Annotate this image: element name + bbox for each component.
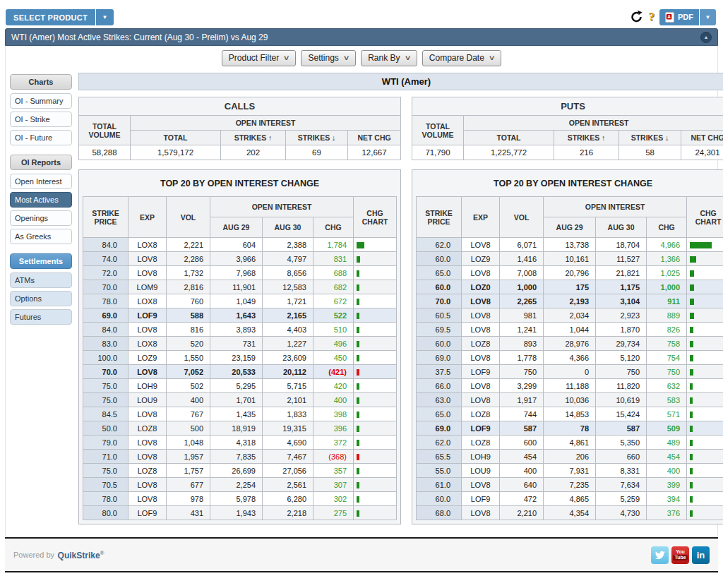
puts-top20-title: TOP 20 BY OPEN INTEREST CHANGE bbox=[416, 174, 723, 196]
strike-price-cell: 60.0 bbox=[417, 280, 462, 294]
footer: Powered by QuikStrike® You Tube in bbox=[5, 537, 718, 572]
chg-bar bbox=[690, 299, 694, 305]
aug30-oi-cell: 7,634 bbox=[596, 478, 647, 492]
chg-bar bbox=[690, 383, 693, 390]
top20-row: 83.0LOX85207311,227496 bbox=[83, 337, 397, 351]
chg-chart-cell bbox=[354, 337, 397, 351]
column-header-net-chg: NET CHG bbox=[681, 131, 723, 145]
vol-cell: 400 bbox=[167, 393, 210, 407]
puts-top20-table: STRIKE PRICE EXP VOL OPEN INTEREST CHG C… bbox=[416, 196, 723, 520]
top20-row: 78.0LOX87601,0491,721672 bbox=[83, 294, 397, 308]
chg-chart-cell bbox=[354, 294, 397, 308]
exp-cell: LOV8 bbox=[129, 407, 167, 421]
exp-cell: LOZ0 bbox=[462, 280, 500, 294]
aug30-oi-cell: 20,112 bbox=[263, 365, 313, 379]
twitter-icon[interactable] bbox=[651, 546, 669, 564]
aug29-oi-cell: 28,976 bbox=[544, 337, 596, 351]
strike-price-cell: 74.0 bbox=[83, 252, 129, 266]
toolbar-button-rank-by[interactable]: Rank By∨ bbox=[361, 50, 417, 66]
aug30-oi-cell: 8,331 bbox=[596, 464, 647, 478]
chg-bar bbox=[690, 284, 694, 291]
aug29-oi-cell: 4,318 bbox=[210, 436, 263, 450]
aug29-oi-cell: 3,893 bbox=[210, 323, 263, 337]
youtube-icon[interactable]: You Tube bbox=[671, 546, 689, 564]
top20-row: 61.0LOV86407,2357,634399 bbox=[417, 478, 723, 492]
select-product-dropdown-button[interactable]: ▼ bbox=[95, 9, 114, 25]
vol-cell: 472 bbox=[500, 492, 544, 506]
pdf-button[interactable]: A PDF bbox=[659, 9, 699, 25]
aug29-oi-cell: 1,701 bbox=[210, 393, 263, 407]
sidebar-item-most-actives[interactable]: Most Actives bbox=[10, 192, 72, 208]
chg-cell: 489 bbox=[647, 436, 687, 450]
aug30-oi-cell: 660 bbox=[596, 450, 647, 464]
calls-total-volume: 58,288 bbox=[79, 145, 131, 160]
sidebar-item-oi-strike[interactable]: OI - Strike bbox=[10, 112, 72, 127]
vol-cell: 2,286 bbox=[167, 252, 210, 266]
column-header-chg: CHG bbox=[647, 217, 687, 238]
top20-row: 84.0LOV88163,8934,403510 bbox=[83, 323, 397, 337]
strike-price-cell: 70.5 bbox=[83, 478, 129, 492]
strike-price-cell: 68.0 bbox=[417, 506, 462, 520]
sidebar-item-futures[interactable]: Futures bbox=[10, 309, 72, 325]
vol-cell: 1,732 bbox=[167, 266, 210, 280]
aug30-oi-cell: 1,833 bbox=[263, 407, 313, 421]
quikstrike-link[interactable]: QuikStrike® bbox=[58, 550, 104, 560]
exp-cell: LOZ8 bbox=[129, 464, 167, 478]
chg-chart-cell bbox=[354, 450, 397, 464]
aug30-oi-cell: 4,690 bbox=[263, 436, 313, 450]
chg-cell: 376 bbox=[647, 506, 687, 520]
strike-price-cell: 78.0 bbox=[83, 294, 129, 308]
chg-cell: (421) bbox=[313, 365, 354, 379]
sidebar-header-oi-reports: OI Reports bbox=[10, 155, 72, 170]
top20-row: 84.0LOX82,2216042,3881,784 bbox=[83, 238, 397, 252]
sidebar-item-oi-summary[interactable]: OI - Summary bbox=[10, 93, 72, 109]
sidebar-item-atms[interactable]: ATMs bbox=[10, 272, 72, 288]
strike-price-cell: 61.0 bbox=[417, 478, 462, 492]
aug30-oi-cell: 1,721 bbox=[263, 294, 313, 308]
aug30-oi-cell: 15,424 bbox=[596, 407, 647, 421]
sidebar-item-oi-future[interactable]: OI - Future bbox=[10, 130, 72, 145]
top20-row: 68.0LOV82,2104,3544,730376 bbox=[417, 506, 723, 520]
top20-row: 66.0LOV83,29911,18811,820632 bbox=[417, 379, 723, 393]
sidebar-item-openings[interactable]: Openings bbox=[10, 210, 72, 226]
aug30-oi-cell: 21,821 bbox=[596, 266, 647, 280]
pdf-button-label: PDF bbox=[678, 13, 693, 21]
sidebar-item-options[interactable]: Options bbox=[10, 291, 72, 306]
toolbar-button-label: Compare Date bbox=[429, 53, 484, 63]
aug29-oi-cell: 13,738 bbox=[544, 238, 596, 252]
chg-chart-cell bbox=[687, 294, 723, 308]
aug29-oi-cell: 0 bbox=[544, 365, 596, 379]
collapse-button[interactable]: ▲ bbox=[700, 32, 712, 43]
pdf-dropdown-button[interactable]: ▼ bbox=[699, 9, 716, 25]
aug29-oi-cell: 5,295 bbox=[210, 379, 263, 393]
column-header-aug29: AUG 29 bbox=[210, 217, 263, 238]
toolbar-button-compare-date[interactable]: Compare Date∨ bbox=[422, 50, 501, 66]
sidebar-item-open-interest[interactable]: Open Interest bbox=[10, 174, 72, 189]
top20-row: 60.5LOV89812,0342,923889 bbox=[417, 308, 723, 323]
content-area: ChartsOI - SummaryOI - StrikeOI - Future… bbox=[5, 70, 718, 536]
sidebar: ChartsOI - SummaryOI - StrikeOI - Future… bbox=[7, 73, 73, 524]
aug29-oi-cell: 2,034 bbox=[544, 308, 596, 323]
chg-bar bbox=[357, 412, 359, 418]
linkedin-icon[interactable]: in bbox=[692, 546, 710, 564]
top20-row: 69.0LOF958778587509 bbox=[417, 421, 723, 436]
chg-chart-cell bbox=[354, 464, 397, 478]
aug30-oi-cell: 587 bbox=[596, 421, 647, 436]
chg-chart-cell bbox=[687, 351, 723, 365]
sidebar-item-as-greeks[interactable]: As Greeks bbox=[10, 229, 72, 244]
aug29-oi-cell: 4,366 bbox=[544, 351, 596, 365]
toolbar-button-settings[interactable]: Settings∨ bbox=[301, 50, 356, 66]
exp-cell: LOV8 bbox=[462, 506, 500, 520]
exp-cell: LOV8 bbox=[462, 323, 500, 337]
aug29-oi-cell: 731 bbox=[210, 337, 263, 351]
refresh-icon[interactable] bbox=[630, 10, 644, 24]
aug30-oi-cell: 8,656 bbox=[263, 266, 313, 280]
chg-chart-cell bbox=[354, 351, 397, 365]
exp-cell: LOV8 bbox=[462, 308, 500, 323]
select-product-button[interactable]: SELECT PRODUCT bbox=[6, 9, 95, 25]
vol-cell: 600 bbox=[500, 436, 544, 450]
help-icon[interactable]: ? bbox=[649, 10, 655, 24]
toolbar-button-product-filter[interactable]: Product Filter∨ bbox=[222, 50, 297, 66]
aug30-oi-cell: 750 bbox=[596, 365, 647, 379]
vol-cell: 750 bbox=[500, 365, 544, 379]
